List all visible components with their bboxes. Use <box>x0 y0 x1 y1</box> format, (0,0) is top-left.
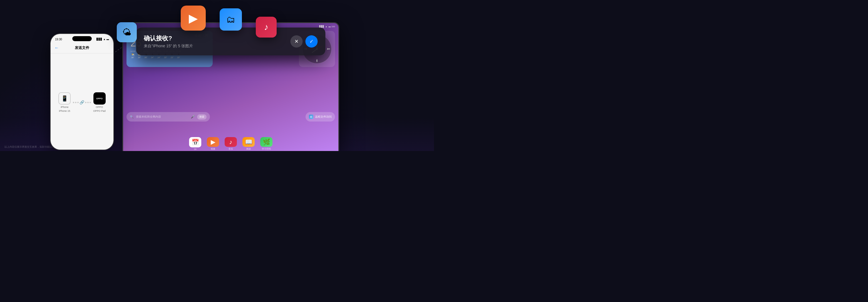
phone-content: 📱 iPhone iPhone 15 🔗 OPPO <box>51 53 114 150</box>
microphone-icon[interactable]: 🎤 <box>191 115 195 119</box>
phone-time: 19:30 <box>55 38 62 41</box>
phone-iphone-label: iPhone <box>61 106 68 109</box>
dock-read[interactable]: 📖 阅读 <box>242 137 255 150</box>
phone-iphone-icon: 📱 <box>58 92 71 104</box>
forecast-temp-4: 24° <box>158 56 161 58</box>
video-app-icon: ▶ <box>181 6 206 31</box>
tablet-search-bar[interactable]: 🔍 搜索本机和全网内容 🎤 搜索 <box>126 112 210 122</box>
search-placeholder: 搜索本机和全网内容 <box>136 115 188 119</box>
search-icon: 🔍 <box>130 115 134 119</box>
read-icon: 📖 <box>242 137 255 147</box>
calendar-label: 28 <box>194 148 196 150</box>
tablet-dock: 📅 28 ▶ 视频 ♪ 音乐 <box>123 137 338 150</box>
remote-access-button[interactable]: ⊞ 远程文件访问 <box>306 112 335 122</box>
dot-5 <box>87 102 89 103</box>
svg-text:6: 6 <box>316 59 317 62</box>
phone-oppo-device: OPPO OPPO OPPO Pad <box>93 92 106 112</box>
phone-iphone-device: 📱 iPhone iPhone 15 <box>58 92 71 112</box>
dot-2 <box>75 102 76 103</box>
phone-oppo-icon: OPPO <box>93 92 106 104</box>
dot-3 <box>77 102 79 103</box>
forecast-temp-3: 24° <box>151 56 154 58</box>
phone-link-icon: 🔗 <box>80 100 84 104</box>
phone-dots-connector: 🔗 <box>73 100 91 104</box>
phone-oppo-sublabel: OPPO Pad <box>93 110 106 112</box>
dot-1 <box>73 102 74 103</box>
search-button[interactable]: 搜索 <box>197 114 207 120</box>
dock-music[interactable]: ♪ 音乐 <box>224 137 238 150</box>
study-label: 学习空间 <box>262 147 271 150</box>
phone-back-button[interactable]: ← <box>55 45 59 50</box>
dock-calendar[interactable]: 📅 28 <box>188 137 202 150</box>
dock-video[interactable]: ▶ 视频 <box>206 137 220 150</box>
forecast-temp-6: 23° <box>171 56 174 58</box>
floating-app-icons: 🌤 ▶ 🗂 ♪ <box>78 0 356 56</box>
forecast-temp-1: 28° <box>138 56 141 58</box>
dot-4 <box>85 102 87 103</box>
calendar-icon: 📅 <box>189 137 201 147</box>
phone-iphone-sublabel: iPhone 15 <box>59 110 70 112</box>
music-icon: ♪ <box>225 137 237 147</box>
phone-oppo-label: OPPO <box>96 106 103 109</box>
video-icon: ▶ <box>207 137 219 147</box>
music-app-icon: ♪ <box>256 17 277 37</box>
remote-icon: ⊞ <box>309 115 313 119</box>
files-app-icon: 🗂 <box>220 8 242 31</box>
study-icon: 🌿 <box>260 137 273 147</box>
music-label: 音乐 <box>228 147 233 150</box>
phone-transfer-area: 📱 iPhone iPhone 15 🔗 OPPO <box>55 92 109 112</box>
remote-label: 远程文件访问 <box>315 115 332 119</box>
weather-app-icon: 🌤 <box>117 22 137 42</box>
read-label: 阅读 <box>246 147 251 150</box>
forecast-temp-7: 23° <box>177 56 180 58</box>
forecast-temp-2: 26° <box>145 56 148 58</box>
forecast-temp-5: 23° <box>164 56 167 58</box>
dot-6 <box>90 102 91 103</box>
forecast-temp-0: 26° <box>131 56 134 58</box>
dock-study[interactable]: 🌿 学习空间 <box>260 137 273 150</box>
video-label: 视频 <box>211 147 215 150</box>
